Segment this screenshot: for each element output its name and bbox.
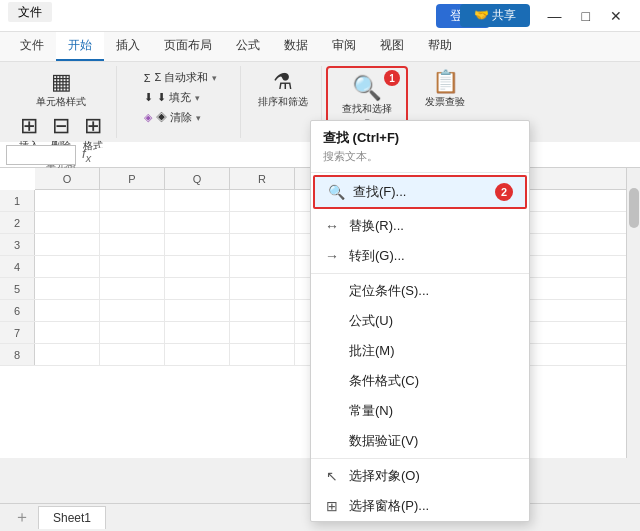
cell-style-button[interactable]: ▦ 单元格样式 (31, 68, 91, 112)
cell-Q5[interactable] (165, 278, 230, 299)
cell-P8[interactable] (100, 344, 165, 365)
clear-icon: ◈ (144, 111, 152, 124)
cell-Q4[interactable] (165, 256, 230, 277)
goto-icon: → (323, 248, 341, 264)
cell-O2[interactable] (35, 212, 100, 233)
find-select-dropdown: 查找 (Ctrl+F) 搜索文本。 🔍 查找(F)... 2 ↔ 替换(R)..… (310, 120, 530, 522)
find-select-icon: 🔍 (352, 74, 382, 102)
dropdown-item-comment[interactable]: 批注(M) (311, 336, 529, 366)
fill-icon: ⬇ (144, 91, 153, 104)
title-bar: 文件 登录 ✏️ — □ ✕ 🤝 共享 (0, 0, 640, 32)
sheet-tab-1[interactable]: Sheet1 (38, 506, 106, 529)
col-Q: Q (165, 168, 230, 189)
sort-filter-button[interactable]: ⚗ 排序和筛选 (253, 68, 313, 112)
cell-R5[interactable] (230, 278, 295, 299)
ribbon-tabs: 文件 开始 插入 页面布局 公式 数据 审阅 视图 帮助 (0, 32, 640, 62)
invoice-icon: 📋 (432, 71, 459, 93)
format-icon: ⊞ (84, 115, 102, 137)
autosum-button[interactable]: Σ Σ 自动求和 ▾ (139, 68, 223, 87)
scrollbar-thumb[interactable] (629, 188, 639, 228)
cell-Q1[interactable] (165, 190, 230, 211)
col-R: R (230, 168, 295, 189)
editing-group: Σ Σ 自动求和 ▾ ⬇ ⬇ 填充 ▾ ◈ ◈ 清除 ▾ (121, 66, 241, 138)
row-num-2: 2 (0, 212, 35, 233)
tab-view[interactable]: 视图 (368, 32, 416, 61)
dropdown-item-find[interactable]: 🔍 查找(F)... 2 (313, 175, 527, 209)
cell-R3[interactable] (230, 234, 295, 255)
cell-P2[interactable] (100, 212, 165, 233)
dropdown-item-replace[interactable]: ↔ 替换(R)... (311, 211, 529, 241)
delete-icon: ⊟ (52, 115, 70, 137)
tab-review[interactable]: 审阅 (320, 32, 368, 61)
close-button[interactable]: ✕ (600, 4, 632, 28)
cell-O3[interactable] (35, 234, 100, 255)
select-pane-icon: ⊞ (323, 498, 341, 514)
vertical-scrollbar[interactable] (626, 168, 640, 458)
clear-button[interactable]: ◈ ◈ 清除 ▾ (139, 108, 223, 127)
cell-R8[interactable] (230, 344, 295, 365)
editing-col-btns: Σ Σ 自动求和 ▾ ⬇ ⬇ 填充 ▾ ◈ ◈ 清除 ▾ (139, 68, 223, 127)
sort-filter-icon: ⚗ (273, 71, 293, 93)
divider-2 (311, 458, 529, 459)
cells-group: ▦ 单元格样式 ⊞ 插入 ⊟ 删除 ⊞ 格式 单元格 (6, 66, 117, 138)
fill-button[interactable]: ⬇ ⬇ 填充 ▾ (139, 88, 223, 107)
cell-P6[interactable] (100, 300, 165, 321)
cell-R1[interactable] (230, 190, 295, 211)
dropdown-item-formula[interactable]: 公式(U) (311, 306, 529, 336)
row-num-6: 6 (0, 300, 35, 321)
find-select-badge: 1 (384, 70, 400, 86)
tab-data[interactable]: 数据 (272, 32, 320, 61)
dropdown-item-select-pane[interactable]: ⊞ 选择窗格(P)... (311, 491, 529, 521)
maximize-button[interactable]: □ (572, 4, 600, 28)
dropdown-item-cond-format[interactable]: 条件格式(C) (311, 366, 529, 396)
cell-Q7[interactable] (165, 322, 230, 343)
tab-formula[interactable]: 公式 (224, 32, 272, 61)
cell-Q8[interactable] (165, 344, 230, 365)
cell-O6[interactable] (35, 300, 100, 321)
tab-help[interactable]: 帮助 (416, 32, 464, 61)
cell-P5[interactable] (100, 278, 165, 299)
select-object-icon: ↖ (323, 468, 341, 484)
cell-R7[interactable] (230, 322, 295, 343)
dropdown-item-select-object[interactable]: ↖ 选择对象(O) (311, 461, 529, 491)
cell-P7[interactable] (100, 322, 165, 343)
cell-O7[interactable] (35, 322, 100, 343)
cell-Q2[interactable] (165, 212, 230, 233)
invoice-button[interactable]: 📋 发票查验 (420, 68, 470, 112)
share-button[interactable]: 🤝 共享 (460, 4, 530, 27)
tab-insert[interactable]: 插入 (104, 32, 152, 61)
dropdown-item-constant[interactable]: 常量(N) (311, 396, 529, 426)
find-badge: 2 (495, 183, 513, 201)
cell-Q3[interactable] (165, 234, 230, 255)
dropdown-item-goto[interactable]: → 转到(G)... (311, 241, 529, 271)
cell-O8[interactable] (35, 344, 100, 365)
row-num-3: 3 (0, 234, 35, 255)
tab-file[interactable]: 文件 (8, 32, 56, 61)
cell-P3[interactable] (100, 234, 165, 255)
cell-P4[interactable] (100, 256, 165, 277)
cell-Q6[interactable] (165, 300, 230, 321)
name-box[interactable] (6, 145, 76, 165)
tab-page-layout[interactable]: 页面布局 (152, 32, 224, 61)
dropdown-item-goto-special[interactable]: 定位条件(S)... (311, 276, 529, 306)
add-sheet-button[interactable]: ＋ (6, 503, 38, 531)
find-icon: 🔍 (327, 184, 345, 200)
cell-style-icon: ▦ (51, 71, 72, 93)
cell-R6[interactable] (230, 300, 295, 321)
tab-home[interactable]: 开始 (56, 32, 104, 61)
cell-O5[interactable] (35, 278, 100, 299)
row-num-7: 7 (0, 322, 35, 343)
file-tab[interactable]: 文件 (8, 2, 52, 22)
cell-R4[interactable] (230, 256, 295, 277)
fill-arrow: ▾ (195, 93, 200, 103)
dropdown-header-title: 查找 (Ctrl+F) (323, 129, 517, 147)
row-num-4: 4 (0, 256, 35, 277)
row-num-8: 8 (0, 344, 35, 365)
cell-P1[interactable] (100, 190, 165, 211)
minimize-button[interactable]: — (538, 4, 572, 28)
cell-R2[interactable] (230, 212, 295, 233)
cell-O1[interactable] (35, 190, 100, 211)
cell-O4[interactable] (35, 256, 100, 277)
dropdown-item-data-validate[interactable]: 数据验证(V) (311, 426, 529, 456)
dropdown-header-sub: 搜索文本。 (323, 149, 517, 164)
